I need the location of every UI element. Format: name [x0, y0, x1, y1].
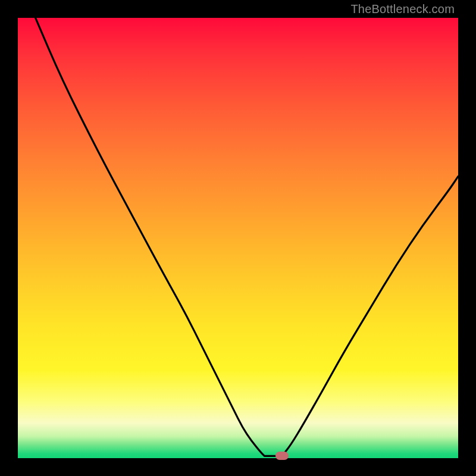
chart-frame: TheBottleneck.com — [0, 0, 476, 476]
bottleneck-curve — [18, 18, 458, 458]
optimal-point-marker — [275, 452, 289, 460]
watermark-text: TheBottleneck.com — [350, 2, 455, 16]
plot-area — [18, 18, 458, 458]
